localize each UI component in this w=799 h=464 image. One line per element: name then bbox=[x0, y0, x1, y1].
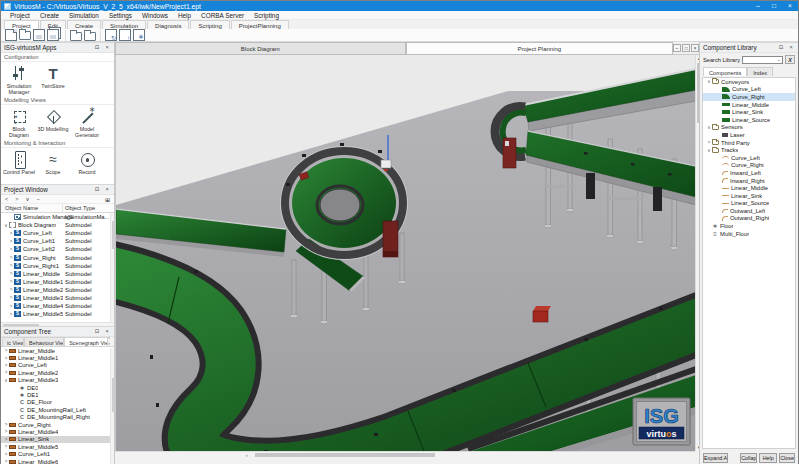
app-launcher[interactable]: Block Diagram bbox=[2, 107, 36, 138]
table-row[interactable]: > Curve_Left1 Submodel bbox=[1, 237, 114, 245]
library-item[interactable]: > Third Party bbox=[703, 139, 795, 147]
app-launcher[interactable]: Record bbox=[70, 150, 104, 181]
menu-item[interactable]: Project bbox=[5, 12, 35, 19]
tab-components[interactable]: Components bbox=[703, 67, 747, 76]
app-launcher[interactable]: 3D Modelling bbox=[36, 107, 70, 138]
library-item[interactable]: Linear_Source bbox=[703, 200, 795, 208]
page-arrow-icon[interactable] bbox=[105, 29, 117, 41]
library-item[interactable]: Linear_Middle bbox=[703, 101, 795, 109]
table-row[interactable]: Simulation Manager VSimulationMa... bbox=[1, 213, 114, 221]
forward-icon[interactable]: > bbox=[15, 196, 18, 202]
column-object-name[interactable]: Object Name bbox=[1, 204, 63, 212]
help-button[interactable]: Help bbox=[759, 453, 777, 463]
mdi-restore-icon[interactable]: □ bbox=[682, 44, 690, 52]
mdi-minimize-icon[interactable]: – bbox=[673, 44, 681, 52]
library-item[interactable]: Multi_Floor bbox=[703, 230, 795, 238]
folder-icon[interactable] bbox=[19, 31, 31, 40]
app-launcher[interactable]: Control Panel bbox=[2, 150, 36, 181]
ribbon-tab[interactable]: ProjectPlanning bbox=[231, 20, 289, 29]
table-row[interactable]: > Linear_Middle1 Submodel bbox=[1, 278, 114, 286]
library-item[interactable]: ∨ Conveyors bbox=[703, 78, 795, 86]
disk-icon[interactable] bbox=[33, 29, 45, 41]
tree-item[interactable]: ∨ Linear_Middle3 bbox=[1, 377, 114, 384]
folder-icon[interactable] bbox=[70, 32, 82, 41]
maximize-button[interactable]: □ bbox=[766, 1, 782, 11]
minimize-button[interactable]: – bbox=[750, 1, 766, 11]
tab-scroll-arrows-icon[interactable]: ‹ › bbox=[108, 334, 114, 346]
menu-item[interactable]: Scripting bbox=[249, 12, 284, 19]
back-icon[interactable]: < bbox=[5, 196, 8, 202]
table-row[interactable]: > Linear_Middle2 Submodel bbox=[1, 286, 114, 294]
library-item[interactable]: Curve_Right bbox=[703, 93, 795, 101]
menu-item[interactable]: CORBA Server bbox=[196, 12, 249, 19]
expand-all-button[interactable]: Expand All bbox=[703, 453, 728, 463]
search-input[interactable] bbox=[742, 56, 783, 64]
ribbon-tab[interactable]: Diagnosis bbox=[147, 20, 189, 29]
close-icon[interactable]: × bbox=[787, 43, 795, 52]
app-launcher[interactable]: Model Generator bbox=[70, 107, 104, 138]
app-launcher[interactable]: Simulation Manager bbox=[2, 64, 36, 95]
tree-item[interactable]: DE_MountingRail_Right bbox=[1, 414, 114, 421]
tab-scenegraph-view[interactable]: Scenegraph View bbox=[64, 337, 108, 346]
library-item[interactable]: Outward_Left bbox=[703, 207, 795, 215]
table-row[interactable]: > Curve_Right Submodel bbox=[1, 253, 114, 261]
tree-item[interactable]: DE_Floor bbox=[1, 399, 114, 406]
scrollbar-horizontal[interactable]: ‹ bbox=[115, 451, 695, 458]
collapse-icon[interactable]: − bbox=[36, 196, 39, 202]
menu-item[interactable]: Settings bbox=[104, 12, 137, 19]
collapse-all-button[interactable]: Collapse All bbox=[740, 453, 757, 463]
library-item[interactable]: Linear_Source bbox=[703, 116, 795, 124]
library-item[interactable]: Curve_Right bbox=[703, 162, 795, 170]
ribbon-tab[interactable]: Create bbox=[67, 20, 101, 29]
tree-item[interactable]: > Linear_Middle6 bbox=[1, 458, 114, 464]
close-button[interactable]: Close bbox=[779, 453, 795, 463]
tree-item[interactable]: > Curve_Left bbox=[1, 362, 114, 369]
close-icon[interactable]: × bbox=[103, 185, 111, 194]
tab-block-diagram[interactable]: Block Diagram bbox=[115, 42, 406, 55]
pin-icon[interactable]: ⊡ bbox=[93, 185, 101, 194]
library-item[interactable]: Laser bbox=[703, 131, 795, 139]
tree-item[interactable]: DE1 bbox=[1, 391, 114, 398]
ribbon-tab[interactable]: Simulation bbox=[102, 20, 146, 29]
table-row[interactable]: > Linear_Middle Submodel bbox=[1, 270, 114, 278]
ribbon-tab[interactable]: Scripting bbox=[190, 20, 229, 29]
scrollbar-vertical[interactable] bbox=[110, 348, 114, 464]
clear-filter-icon[interactable]: X bbox=[785, 55, 795, 64]
library-item[interactable]: ∨ Sensors bbox=[703, 124, 795, 132]
page-up-icon[interactable] bbox=[119, 29, 131, 41]
ribbon-tab[interactable]: Project bbox=[4, 20, 39, 29]
library-item[interactable]: Curve_Left bbox=[703, 154, 795, 162]
ribbon-tab[interactable]: Edit bbox=[40, 20, 66, 29]
tab-schematic-view[interactable]: ic View bbox=[2, 337, 24, 346]
tree-item[interactable]: > Curve_Left1 bbox=[1, 450, 114, 457]
menu-item[interactable]: Create bbox=[35, 12, 64, 19]
library-item[interactable]: Linear_Sink bbox=[703, 192, 795, 200]
table-row[interactable]: > Linear_Middle4 Submodel bbox=[1, 302, 114, 310]
menu-item[interactable]: Windows bbox=[137, 12, 173, 19]
scroll-left-icon[interactable]: ‹ bbox=[246, 452, 248, 458]
expand-icon[interactable]: ∨ bbox=[25, 196, 29, 202]
table-row[interactable]: > Linear_Middle5 Submodel bbox=[1, 310, 114, 318]
table-row[interactable]: > Curve_Left Submodel bbox=[1, 229, 114, 237]
disk2-icon[interactable] bbox=[47, 29, 59, 41]
tab-project-planning[interactable]: Project Planning bbox=[406, 42, 673, 55]
library-item[interactable]: Inward_Left bbox=[703, 169, 795, 177]
tree-item[interactable]: > Linear_Middle1 bbox=[1, 354, 114, 361]
layout-grid-icon[interactable]: ⊞ bbox=[105, 196, 110, 203]
3d-scene[interactable]: ISG virtuos bbox=[115, 55, 695, 451]
tree-item[interactable]: > Linear_Sink bbox=[1, 436, 114, 443]
scrollbar-vertical[interactable] bbox=[110, 213, 114, 322]
menu-item[interactable]: Simulation bbox=[64, 12, 104, 19]
tree-item[interactable]: > Linear_Middle2 bbox=[1, 369, 114, 376]
tree-item[interactable]: DE_MountingRail_Left bbox=[1, 406, 114, 413]
close-button[interactable]: × bbox=[782, 1, 798, 11]
menu-item[interactable]: Help bbox=[173, 12, 196, 19]
library-item[interactable]: Inward_Right bbox=[703, 177, 795, 185]
column-object-type[interactable]: Object Type bbox=[63, 204, 114, 212]
table-row[interactable]: > Curve_Left2 Submodel bbox=[1, 245, 114, 253]
folder-icon[interactable] bbox=[84, 32, 96, 41]
library-item[interactable]: ∨ Tracks bbox=[703, 146, 795, 154]
pin-icon[interactable]: ⊡ bbox=[777, 43, 785, 52]
table-row[interactable]: > Curve_Right1 Submodel bbox=[1, 262, 114, 270]
table-row[interactable]: > Linear_Middle3 Submodel bbox=[1, 294, 114, 302]
